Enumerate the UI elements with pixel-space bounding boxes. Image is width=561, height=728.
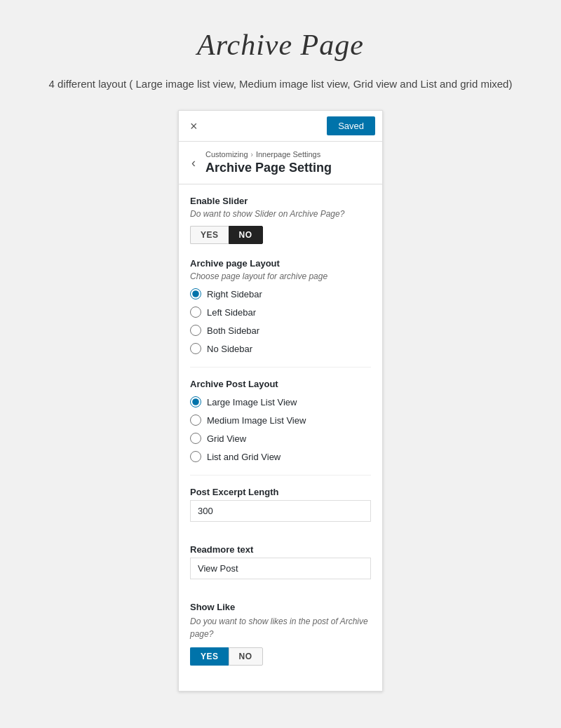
archive-post-layout-section: Archive Post Layout Large Image List Vie… — [190, 379, 371, 462]
divider-2 — [190, 475, 371, 476]
breadcrumb-arrow-icon: › — [251, 151, 253, 159]
show-like-toggle: YES NO — [190, 647, 371, 666]
breadcrumb-area: Customizing › Innerpage Settings Archive… — [205, 150, 332, 175]
layout-both-sidebar-label: Both Sidebar — [207, 325, 259, 336]
post-layout-large-image-input[interactable] — [190, 396, 201, 407]
panel-top-bar: × Saved — [179, 111, 382, 142]
post-layout-grid-view-input[interactable] — [190, 433, 201, 444]
enable-slider-section: Enable Slider Do want to show Slider on … — [190, 196, 371, 244]
readmore-input[interactable] — [190, 558, 371, 579]
slider-no-button[interactable]: NO — [229, 226, 263, 244]
layout-both-sidebar-input[interactable] — [190, 325, 201, 336]
layout-both-sidebar[interactable]: Both Sidebar — [190, 325, 371, 336]
close-button[interactable]: × — [186, 119, 202, 134]
post-layout-grid-view[interactable]: Grid View — [190, 433, 371, 444]
layout-right-sidebar[interactable]: Right Sidebar — [190, 288, 371, 299]
show-like-description: Do you want to show likes in the post of… — [190, 615, 371, 640]
panel-section-title: Archive Page Setting — [205, 161, 332, 175]
show-like-section: Show Like Do you want to show likes in t… — [190, 602, 371, 666]
saved-button[interactable]: Saved — [327, 116, 375, 135]
like-no-button[interactable]: NO — [229, 647, 263, 666]
layout-right-sidebar-label: Right Sidebar — [207, 289, 262, 299]
layout-no-sidebar[interactable]: No Sidebar — [190, 343, 371, 354]
slider-yes-button[interactable]: YES — [190, 226, 229, 244]
archive-page-layout-heading: Archive page Layout — [190, 258, 371, 269]
enable-slider-heading: Enable Slider — [190, 196, 371, 206]
back-button[interactable]: ‹ — [189, 156, 198, 169]
layout-left-sidebar-label: Left Sidebar — [207, 307, 256, 318]
readmore-section: Readmore text — [190, 544, 371, 589]
page-subtitle: 4 different layout ( Large image list vi… — [49, 76, 513, 93]
post-layout-grid-view-label: Grid View — [207, 433, 246, 444]
post-excerpt-section: Post Excerpt Length — [190, 487, 371, 532]
like-yes-button[interactable]: YES — [190, 647, 229, 666]
archive-page-layout-radio-group: Right Sidebar Left Sidebar Both Sidebar … — [190, 288, 371, 354]
archive-post-layout-heading: Archive Post Layout — [190, 379, 371, 389]
post-excerpt-heading: Post Excerpt Length — [190, 487, 371, 497]
panel-header: ‹ Customizing › Innerpage Settings Archi… — [179, 142, 382, 184]
divider-1 — [190, 367, 371, 368]
archive-page-layout-description: Choose page layout for archive page — [190, 271, 371, 281]
post-layout-medium-image-label: Medium Image List View — [207, 415, 306, 426]
post-layout-large-image-label: Large Image List View — [207, 397, 297, 407]
post-layout-list-grid-label: List and Grid View — [207, 452, 280, 462]
post-layout-list-grid[interactable]: List and Grid View — [190, 451, 371, 462]
customizer-panel: × Saved ‹ Customizing › Innerpage Settin… — [178, 110, 383, 692]
archive-post-layout-radio-group: Large Image List View Medium Image List … — [190, 396, 371, 462]
post-layout-large-image[interactable]: Large Image List View — [190, 396, 371, 407]
layout-no-sidebar-input[interactable] — [190, 343, 201, 354]
show-like-heading: Show Like — [190, 602, 371, 612]
panel-body: Enable Slider Do want to show Slider on … — [179, 184, 382, 691]
layout-right-sidebar-input[interactable] — [190, 288, 201, 299]
readmore-heading: Readmore text — [190, 544, 371, 555]
breadcrumb-innerpage: Innerpage Settings — [256, 150, 320, 159]
page-title: Archive Page — [197, 28, 364, 62]
post-layout-medium-image-input[interactable] — [190, 414, 201, 426]
breadcrumb-customizing: Customizing — [205, 150, 248, 159]
layout-no-sidebar-label: No Sidebar — [207, 344, 252, 354]
archive-page-layout-section: Archive page Layout Choose page layout f… — [190, 258, 371, 354]
post-layout-list-grid-input[interactable] — [190, 451, 201, 462]
breadcrumb: Customizing › Innerpage Settings — [205, 150, 332, 159]
post-excerpt-input[interactable] — [190, 500, 371, 522]
post-layout-medium-image[interactable]: Medium Image List View — [190, 414, 371, 426]
layout-left-sidebar-input[interactable] — [190, 306, 201, 318]
enable-slider-description: Do want to show Slider on Archive Page? — [190, 209, 371, 219]
enable-slider-toggle: YES NO — [190, 226, 371, 244]
layout-left-sidebar[interactable]: Left Sidebar — [190, 306, 371, 318]
